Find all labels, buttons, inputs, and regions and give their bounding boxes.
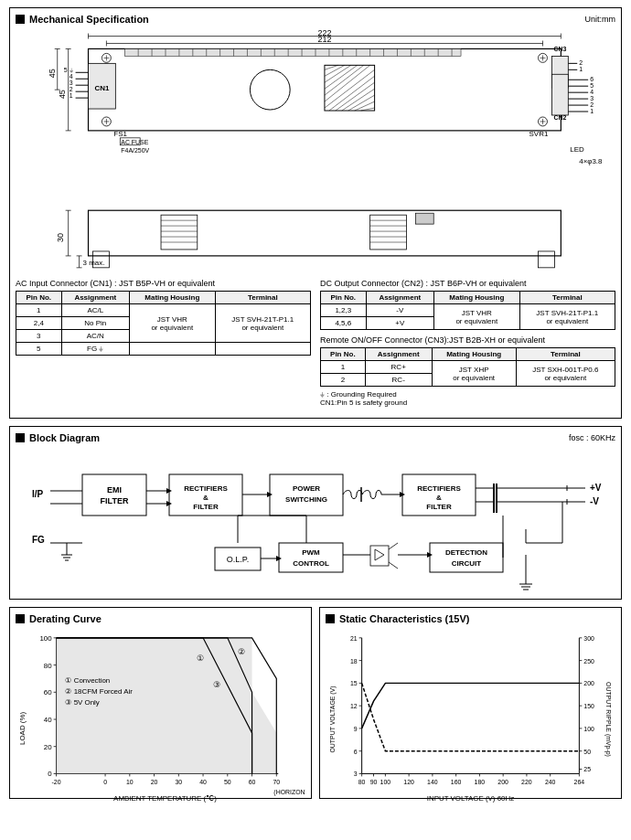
svg-text:90: 90: [370, 779, 378, 785]
svg-text:30: 30: [56, 233, 65, 242]
svg-text:40: 40: [44, 716, 52, 724]
svg-rect-184: [430, 543, 503, 572]
svg-text:80: 80: [358, 779, 366, 785]
cell: 5: [16, 343, 62, 356]
cn2-col-terminal: Terminal: [519, 292, 615, 304]
svg-line-69: [325, 65, 370, 101]
derating-chart: LOAD (%) 100 80 60 40 20: [16, 628, 305, 792]
svg-rect-83: [551, 74, 568, 115]
cell: 2: [321, 374, 366, 387]
svg-text:21: 21: [350, 635, 358, 642]
svg-text:O.L.P.: O.L.P.: [227, 555, 249, 564]
top-view-drawing: 222 212: [16, 28, 615, 202]
svg-text:-20: -20: [52, 779, 61, 785]
svg-text:300: 300: [583, 635, 594, 642]
svg-line-182: [389, 562, 398, 569]
svg-text:4×φ3.8: 4×φ3.8: [579, 157, 603, 165]
svg-line-75: [355, 101, 375, 111]
svg-text:9: 9: [354, 726, 358, 732]
cn3-col-assignment: Assignment: [365, 348, 432, 361]
svg-text:OUTPUT RIPPLE (mVp-p): OUTPUT RIPPLE (mVp-p): [604, 682, 612, 757]
svg-text:OUTPUT VOLTAGE (V): OUTPUT VOLTAGE (V): [329, 686, 337, 752]
derating-title: Derating Curve: [29, 613, 102, 624]
note-2: CN1:Pin 5 is safety ground: [320, 399, 615, 407]
static-chart: OUTPUT VOLTAGE (V) OUTPUT RIPPLE (mVp-p): [326, 628, 615, 792]
svg-text:20: 20: [151, 779, 158, 785]
svg-text:220: 220: [521, 779, 532, 785]
svg-text:I/P: I/P: [32, 489, 44, 499]
cell: 3: [16, 330, 62, 343]
cn1-col-assignment: Assignment: [61, 292, 129, 304]
cn2-col-housing: Mating Housing: [433, 292, 519, 304]
cn2-col-assignment: Assignment: [366, 292, 433, 304]
svg-text:5: 5: [590, 82, 594, 89]
svg-text:3: 3: [70, 80, 73, 86]
section-icon: [16, 15, 25, 24]
unit-label: Unit:mm: [585, 15, 616, 24]
cn2-title: DC Output Connector (CN2) : JST B6P-VH o…: [320, 279, 615, 288]
svg-text:1: 1: [70, 92, 73, 99]
svg-text:180: 180: [475, 779, 486, 785]
svg-text:-V: -V: [590, 496, 599, 506]
svg-text:200: 200: [583, 680, 594, 686]
svg-text:CN3: CN3: [553, 46, 566, 52]
svg-text:FS1: FS1: [113, 130, 127, 138]
svg-text:3: 3: [354, 771, 358, 777]
cn1-col-terminal: Terminal: [215, 292, 310, 304]
svg-text:③: ③: [213, 680, 220, 689]
svg-text:4: 4: [70, 73, 73, 80]
svg-text:2: 2: [70, 86, 73, 92]
static-svg: OUTPUT VOLTAGE (V) OUTPUT RIPPLE (mVp-p): [326, 628, 615, 811]
cell: [129, 343, 215, 356]
svg-text:② 18CFM Forced Air: ② 18CFM Forced Air: [65, 687, 133, 696]
svg-rect-125: [370, 215, 407, 250]
bottom-sections: Derating Curve LOAD (%) 100 80: [9, 607, 622, 799]
svg-text:100: 100: [39, 634, 52, 643]
svg-text:6: 6: [354, 749, 358, 755]
svg-text:30: 30: [175, 779, 182, 785]
svg-rect-180: [370, 546, 389, 566]
svg-text:50: 50: [583, 749, 591, 755]
svg-rect-176: [279, 543, 343, 572]
side-view-drawing: 30 3 max.: [16, 206, 615, 270]
svg-text:INPUT VOLTAGE (V) 60Hz: INPUT VOLTAGE (V) 60Hz: [427, 794, 514, 803]
cn2-table: Pin No. Assignment Mating Housing Termin…: [320, 291, 615, 330]
svg-text:CN1: CN1: [94, 84, 109, 92]
svg-text:212: 212: [317, 35, 331, 44]
svg-text:12: 12: [350, 703, 358, 709]
svg-text:FILTER: FILTER: [193, 503, 219, 511]
svg-text:LOAD (%): LOAD (%): [18, 712, 27, 745]
svg-text:80: 80: [44, 662, 52, 670]
svg-text:F4A/250V: F4A/250V: [121, 147, 149, 154]
cell: 1: [321, 361, 366, 374]
svg-rect-131: [415, 213, 433, 224]
svg-text:③ 5V Only: ③ 5V Only: [65, 698, 99, 707]
block-diagram-canvas: I/P FG EMI FILTER: [16, 447, 615, 593]
svg-rect-116: [89, 210, 561, 256]
static-title: Static Characteristics (15V): [339, 613, 469, 624]
note-1: ⏚ : Grounding Required: [320, 390, 615, 399]
cn1-col-housing: Mating Housing: [129, 292, 215, 304]
svg-text:120: 120: [403, 779, 414, 785]
cell: +V: [366, 317, 433, 330]
cell: JST VHRor equivalent: [129, 304, 215, 343]
svg-text:240: 240: [545, 779, 556, 785]
svg-text:0: 0: [103, 779, 107, 785]
cn2-cn3-group: DC Output Connector (CN2) : JST B6P-VH o…: [320, 279, 615, 407]
svg-text:RECTIFIERS: RECTIFIERS: [184, 484, 228, 493]
cell: FG ⏚: [61, 343, 129, 356]
svg-text:FILTER: FILTER: [101, 496, 129, 505]
page: Mechanical Specification Unit:mm 222 212: [0, 0, 631, 806]
block-diagram-title: Block Diagram: [29, 432, 100, 443]
cn3-col-housing: Mating Housing: [432, 348, 516, 361]
svg-text:50: 50: [224, 779, 231, 785]
cell: JST SVH-21T-P1.1or equivalent: [519, 304, 615, 330]
svg-text:6: 6: [590, 76, 594, 82]
cn1-col-pinno: Pin No.: [16, 292, 62, 304]
svg-text:FILTER: FILTER: [426, 503, 452, 511]
cn2-col-pinno: Pin No.: [321, 292, 367, 304]
svg-text:70: 70: [273, 779, 280, 785]
cell: 1,2,3: [321, 304, 367, 317]
svg-text:CONTROL: CONTROL: [293, 559, 329, 568]
svg-text:0: 0: [48, 770, 52, 778]
